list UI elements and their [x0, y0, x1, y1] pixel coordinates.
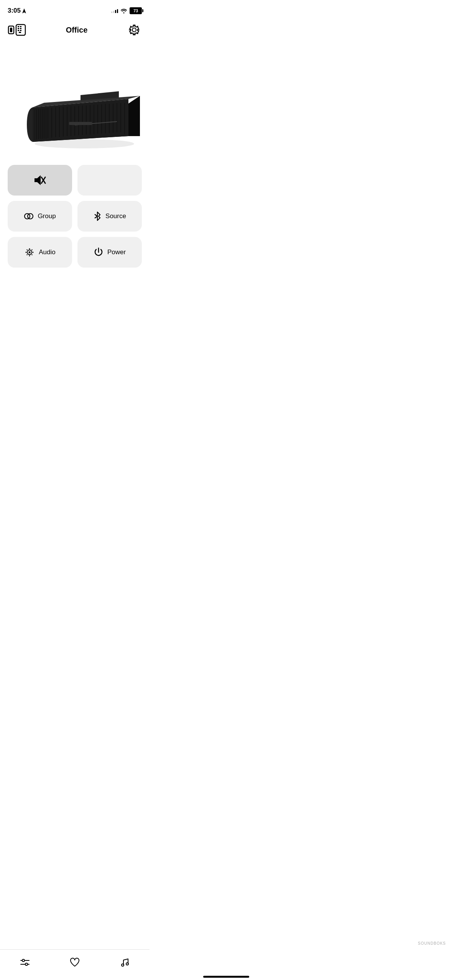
signal-bars: [111, 8, 118, 13]
status-bar: 3:05 73: [0, 0, 150, 19]
battery-level: 73: [133, 8, 138, 13]
svg-rect-6: [20, 28, 21, 29]
wifi-icon: [120, 8, 127, 13]
svg-point-47: [29, 255, 30, 257]
bluetooth-icon: [93, 211, 102, 221]
svg-rect-4: [20, 26, 21, 27]
signal-bar-4: [117, 9, 118, 13]
time-display: 3:05: [8, 7, 21, 15]
svg-rect-9: [19, 32, 21, 33]
audio-label: Audio: [39, 248, 55, 256]
audio-power-row: Audio Power: [8, 237, 142, 268]
status-time: 3:05: [8, 7, 26, 15]
svg-rect-8: [20, 30, 21, 31]
app-logo[interactable]: [8, 22, 27, 38]
source-label: Source: [105, 212, 126, 220]
volume-up-button[interactable]: [77, 165, 142, 196]
svg-rect-3: [18, 26, 19, 27]
soundbar-svg: [10, 54, 140, 153]
header: Office: [0, 19, 150, 42]
location-icon: [22, 8, 26, 13]
device-logo-icon: [8, 23, 27, 37]
mute-icon: [34, 174, 46, 186]
page-title: Office: [66, 26, 88, 35]
source-button[interactable]: Source: [77, 201, 142, 232]
battery-indicator: 73: [130, 7, 142, 14]
power-button[interactable]: Power: [77, 237, 142, 268]
mute-button[interactable]: [8, 165, 72, 196]
svg-point-51: [32, 254, 33, 255]
group-label: Group: [38, 212, 56, 220]
signal-bar-3: [115, 10, 116, 13]
controls-area: Group Source: [0, 165, 150, 268]
speaker-image-area: [0, 42, 150, 165]
svg-point-49: [33, 252, 34, 253]
svg-point-53: [32, 249, 33, 250]
power-label: Power: [107, 248, 126, 256]
gear-icon: [128, 24, 140, 36]
signal-bar-1: [111, 12, 112, 13]
audio-icon: [24, 247, 35, 258]
status-right: 73: [111, 7, 142, 14]
svg-rect-1: [10, 28, 12, 32]
svg-point-50: [27, 249, 28, 250]
svg-point-52: [27, 254, 28, 255]
volume-row: [8, 165, 142, 196]
group-button[interactable]: Group: [8, 201, 72, 232]
svg-point-10: [132, 28, 136, 32]
audio-button[interactable]: Audio: [8, 237, 72, 268]
settings-button[interactable]: [127, 22, 142, 38]
signal-bar-2: [113, 11, 114, 13]
svg-point-48: [26, 252, 27, 253]
group-icon: [24, 211, 34, 221]
svg-point-54: [29, 252, 31, 253]
svg-point-46: [29, 248, 30, 250]
speaker-image: [10, 54, 140, 153]
svg-rect-7: [18, 30, 19, 31]
svg-rect-40: [69, 122, 92, 125]
group-source-row: Group Source: [8, 201, 142, 232]
power-icon: [94, 247, 104, 257]
svg-rect-5: [18, 28, 19, 29]
